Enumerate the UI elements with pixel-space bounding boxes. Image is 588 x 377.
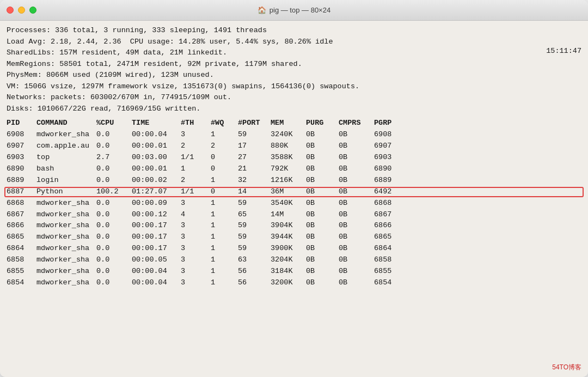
cell-wq: 1 bbox=[211, 254, 238, 266]
clock-display: 15:11:47 bbox=[546, 46, 581, 57]
stat-line-4: MemRegions: 58501 total, 2471M resident,… bbox=[7, 59, 581, 70]
cell-time: 00:00.17 bbox=[132, 243, 181, 254]
cell-pgrp: 6889 bbox=[374, 175, 407, 186]
cell-command: mdworker_sha bbox=[36, 254, 96, 266]
cell-wq: 1 bbox=[211, 129, 238, 141]
cell-pgrp: 6903 bbox=[374, 152, 407, 163]
table-row: 6854mdworker_sha0.000:00.0431563200K0B0B… bbox=[7, 277, 581, 289]
cell-port: 32 bbox=[238, 175, 271, 186]
cell-mem: 3900K bbox=[271, 243, 306, 254]
table-row: 6864mdworker_sha0.000:00.1731593900K0B0B… bbox=[7, 243, 581, 254]
cell-th: 1/1 bbox=[181, 152, 211, 163]
cell-wq: 1 bbox=[211, 243, 238, 254]
table-row: 6867mdworker_sha0.000:00.12416514M0B0B68… bbox=[7, 209, 581, 221]
col-port: #PORT bbox=[238, 118, 271, 129]
cell-mem: 1216K bbox=[271, 175, 306, 186]
cell-pgrp: 6864 bbox=[374, 243, 407, 254]
cell-purg: 0B bbox=[306, 198, 339, 209]
cell-time: 00:00.04 bbox=[132, 277, 181, 289]
cell-port: 59 bbox=[238, 243, 271, 254]
title-icon: 🏠 bbox=[258, 6, 266, 14]
cell-th: 2 bbox=[181, 141, 211, 152]
stat-line-6: VM: 1506G vsize, 1297M framework vsize, … bbox=[7, 81, 581, 93]
terminal-content: Processes: 336 total, 3 running, 333 sle… bbox=[0, 21, 588, 377]
cell-command: mdworker_sha bbox=[36, 243, 96, 254]
cell-th: 3 bbox=[181, 220, 211, 232]
cell-command: bash bbox=[36, 163, 96, 175]
table-row: 6890bash0.000:00.011021792K0B0B6890 bbox=[7, 163, 581, 175]
titlebar: 🏠 pig — top — 80×24 bbox=[0, 0, 588, 21]
cell-purg: 0B bbox=[306, 175, 339, 186]
table-row: 6907com.apple.au0.000:00.012217880K0B0B6… bbox=[7, 141, 581, 152]
table-row: 6866mdworker_sha0.000:00.1731593904K0B0B… bbox=[7, 220, 581, 232]
table-rows: 6908mdworker_sha0.000:00.0431593240K0B0B… bbox=[7, 129, 581, 289]
cell-port: 65 bbox=[238, 209, 271, 221]
minimize-button[interactable] bbox=[18, 7, 25, 14]
cell-port: 17 bbox=[238, 141, 271, 152]
close-button[interactable] bbox=[7, 7, 14, 14]
cell-cmprs: 0B bbox=[339, 152, 374, 163]
cell-cpu: 0.0 bbox=[96, 254, 132, 266]
cell-wq: 2 bbox=[211, 141, 238, 152]
cell-command: login bbox=[36, 175, 96, 186]
cell-time: 00:00.05 bbox=[132, 254, 181, 266]
cell-wq: 1 bbox=[211, 266, 238, 277]
cell-th: 3 bbox=[181, 232, 211, 243]
cell-cmprs: 0B bbox=[339, 220, 374, 232]
cell-port: 56 bbox=[238, 266, 271, 277]
cell-cpu: 0.0 bbox=[96, 243, 132, 254]
cell-pid: 6890 bbox=[7, 163, 36, 175]
cell-pgrp: 6890 bbox=[374, 163, 407, 175]
cell-th: 2 bbox=[181, 175, 211, 186]
cell-cmprs: 0B bbox=[339, 141, 374, 152]
cell-command: Python bbox=[36, 186, 96, 198]
table-row: 6887Python100.201:27.071/101436M0B0B6492 bbox=[7, 186, 581, 198]
cell-cpu: 0.0 bbox=[96, 141, 132, 152]
cell-pgrp: 6855 bbox=[374, 266, 407, 277]
col-purg: PURG bbox=[306, 118, 339, 129]
cell-cmprs: 0B bbox=[339, 232, 374, 243]
cell-pid: 6907 bbox=[7, 141, 36, 152]
col-pgrp: PGRP bbox=[374, 118, 407, 129]
cell-pid: 6868 bbox=[7, 198, 36, 209]
watermark: 54TO博客 bbox=[552, 362, 581, 373]
cell-command: mdworker_sha bbox=[36, 277, 96, 289]
cell-purg: 0B bbox=[306, 209, 339, 221]
cell-cmprs: 0B bbox=[339, 163, 374, 175]
cell-pid: 6887 bbox=[7, 186, 36, 198]
cell-pid: 6854 bbox=[7, 277, 36, 289]
cell-pid: 6864 bbox=[7, 243, 36, 254]
cell-pid: 6889 bbox=[7, 175, 36, 186]
col-th: #TH bbox=[181, 118, 211, 129]
cell-purg: 0B bbox=[306, 243, 339, 254]
cell-wq: 1 bbox=[211, 232, 238, 243]
cell-port: 21 bbox=[238, 163, 271, 175]
cell-mem: 3184K bbox=[271, 266, 306, 277]
cell-wq: 1 bbox=[211, 175, 238, 186]
cell-mem: 3204K bbox=[271, 254, 306, 266]
cell-cmprs: 0B bbox=[339, 243, 374, 254]
cell-mem: 3588K bbox=[271, 152, 306, 163]
col-time: TIME bbox=[132, 118, 181, 129]
col-wq: #WQ bbox=[211, 118, 238, 129]
cell-port: 63 bbox=[238, 254, 271, 266]
cell-command: mdworker_sha bbox=[36, 198, 96, 209]
table-row: 6889login0.000:00.0221321216K0B0B6889 bbox=[7, 175, 581, 186]
cell-command: mdworker_sha bbox=[36, 232, 96, 243]
cell-purg: 0B bbox=[306, 141, 339, 152]
cell-cmprs: 0B bbox=[339, 129, 374, 141]
cell-cpu: 0.0 bbox=[96, 129, 132, 141]
cell-pid: 6865 bbox=[7, 232, 36, 243]
cell-mem: 3540K bbox=[271, 198, 306, 209]
cell-th: 3 bbox=[181, 129, 211, 141]
cell-mem: 3240K bbox=[271, 129, 306, 141]
cell-port: 14 bbox=[238, 186, 271, 198]
cell-pgrp: 6868 bbox=[374, 198, 407, 209]
cell-wq: 1 bbox=[211, 209, 238, 221]
cell-cpu: 100.2 bbox=[96, 186, 132, 198]
stat-line-5: PhysMem: 8066M used (2109M wired), 123M … bbox=[7, 70, 581, 81]
cell-purg: 0B bbox=[306, 163, 339, 175]
table-row: 6908mdworker_sha0.000:00.0431593240K0B0B… bbox=[7, 129, 581, 141]
maximize-button[interactable] bbox=[29, 7, 36, 14]
table-row: 6855mdworker_sha0.000:00.0431563184K0B0B… bbox=[7, 266, 581, 277]
